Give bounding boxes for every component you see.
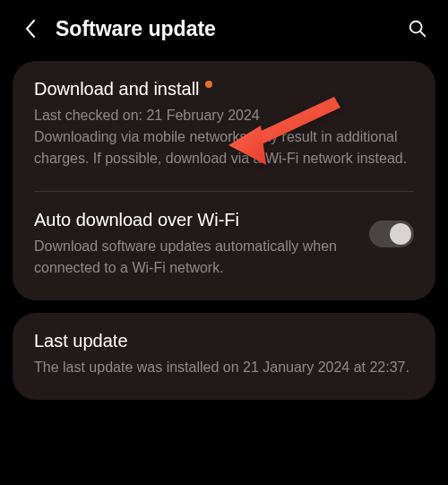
- last-update-desc: The last update was installed on 21 Janu…: [34, 357, 414, 378]
- settings-card-main: Download and install Last checked on: 21…: [13, 61, 435, 300]
- auto-download-desc: Download software updates automatically …: [34, 236, 355, 279]
- download-install-title: Download and install: [34, 79, 200, 100]
- auto-download-section[interactable]: Auto download over Wi-Fi Download softwa…: [13, 192, 435, 300]
- search-icon: [408, 19, 427, 39]
- page-title: Software update: [56, 17, 405, 41]
- search-button[interactable]: [405, 16, 430, 41]
- last-checked-text: Last checked on: 21 February 2024: [34, 105, 414, 126]
- notification-dot-icon: [205, 81, 212, 88]
- auto-download-toggle[interactable]: [369, 221, 414, 247]
- download-warning-text: Downloading via mobile networks may resu…: [34, 126, 414, 169]
- last-update-section[interactable]: Last update The last update was installe…: [13, 313, 435, 400]
- settings-card-last-update: Last update The last update was installe…: [13, 313, 435, 400]
- chevron-left-icon: [24, 19, 37, 39]
- header-bar: Software update: [0, 0, 448, 61]
- svg-line-1: [420, 31, 425, 36]
- auto-download-text: Auto download over Wi-Fi Download softwa…: [34, 210, 355, 279]
- toggle-knob: [390, 223, 411, 245]
- download-install-section[interactable]: Download and install Last checked on: 21…: [13, 61, 435, 191]
- auto-download-title: Auto download over Wi-Fi: [34, 210, 239, 230]
- last-update-title: Last update: [34, 331, 128, 351]
- back-button[interactable]: [18, 16, 43, 41]
